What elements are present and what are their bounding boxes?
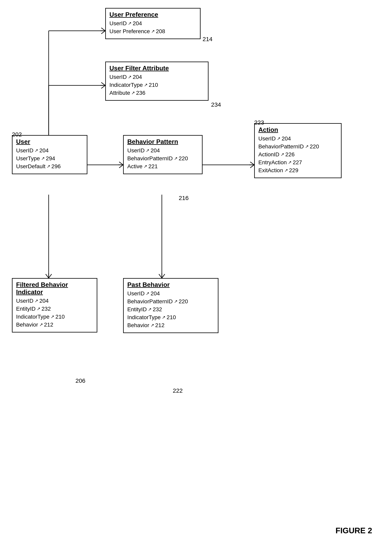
field-user-usertype: UserType ↗ 294 (16, 155, 83, 162)
entity-user: User UserID ↗ 204 UserType ↗ 294 UserDef… (12, 135, 87, 174)
label-214: 214 (203, 36, 212, 42)
entity-action: Action UserID ↗ 204 BehaviorPatternID ↗ … (254, 123, 342, 178)
svg-line-2 (101, 28, 105, 31)
field-action-entryaction: EntryAction ↗ 227 (258, 159, 337, 166)
svg-line-3 (101, 31, 105, 34)
field-bp-userid: UserID ↗ 204 (127, 147, 198, 154)
entity-title-action: Action (258, 126, 337, 133)
svg-line-8 (101, 85, 105, 88)
label-223: 223 (254, 119, 264, 126)
svg-line-20 (49, 274, 52, 278)
field-pb-userid: UserID ↗ 204 (127, 290, 214, 297)
field-pb-behavior: Behavior ↗ 212 (127, 322, 214, 328)
svg-line-24 (162, 274, 165, 278)
label-222: 222 (173, 387, 183, 394)
field-pb-bpid: BehaviorPatternID ↗ 220 (127, 298, 214, 305)
entity-title-user: User (16, 138, 83, 145)
svg-line-12 (119, 165, 123, 168)
label-216: 216 (179, 195, 189, 201)
field-fbi-entityid: EntityID ↗ 232 (16, 306, 93, 312)
field-userpreference-208: User Preference ↗ 208 (109, 28, 196, 34)
entity-user-preference: User Preference UserID ↗ 204 User Prefer… (105, 8, 201, 39)
field-user-userid: UserID ↗ 204 (16, 147, 83, 154)
entity-past-behavior: Past Behavior UserID ↗ 204 BehaviorPatte… (123, 278, 218, 333)
field-userid-204: UserID ↗ 204 (109, 20, 196, 27)
entity-title-behavior-pattern: Behavior Pattern (127, 138, 198, 145)
entity-title-user-filter-attribute: User Filter Attribute (109, 65, 204, 72)
field-fbi-behavior: Behavior ↗ 212 (16, 321, 93, 328)
field-action-exitaction: ExitAction ↗ 229 (258, 167, 337, 174)
label-234: 234 (211, 101, 221, 108)
field-ufa-userid: UserID ↗ 204 (109, 74, 204, 80)
svg-line-11 (119, 162, 123, 165)
field-ufa-indicatortype: IndicatorType ↗ 210 (109, 82, 204, 88)
field-fbi-indicatortype: IndicatorType ↗ 210 (16, 314, 93, 320)
field-pb-entityid: EntityID ↗ 232 (127, 306, 214, 313)
field-bp-behaviorpatternid: BehaviorPatternID ↗ 220 (127, 155, 198, 162)
svg-line-23 (159, 274, 162, 278)
field-pb-indicatortype: IndicatorType ↗ 210 (127, 314, 214, 321)
svg-line-19 (46, 274, 49, 278)
entity-user-filter-attribute: User Filter Attribute UserID ↗ 204 Indic… (105, 62, 209, 101)
label-206: 206 (75, 377, 85, 384)
field-user-userdefault: UserDefault ↗ 296 (16, 163, 83, 170)
diagram: User Preference UserID ↗ 204 User Prefer… (0, 0, 392, 547)
svg-line-7 (101, 82, 105, 85)
field-action-bpid: BehaviorPatternID ↗ 220 (258, 144, 337, 150)
entity-title-user-preference: User Preference (109, 11, 196, 18)
label-202: 202 (12, 131, 22, 138)
entity-filtered-behavior-indicator: Filtered BehaviorIndicator UserID ↗ 204 … (12, 278, 97, 333)
field-bp-active: Active ↗ 221 (127, 163, 198, 170)
field-action-actionid: ActionID ↗ 226 (258, 151, 337, 158)
svg-line-16 (250, 165, 254, 168)
entity-title-fbi: Filtered BehaviorIndicator (16, 281, 93, 296)
field-fbi-userid: UserID ↗ 204 (16, 298, 93, 304)
entity-title-past-behavior: Past Behavior (127, 281, 214, 288)
field-ufa-attribute: Attribute ↗ 236 (109, 90, 204, 96)
figure-label: FIGURE 2 (336, 526, 372, 535)
svg-line-15 (250, 162, 254, 165)
field-action-userid: UserID ↗ 204 (258, 136, 337, 142)
entity-behavior-pattern: Behavior Pattern UserID ↗ 204 BehaviorPa… (123, 135, 203, 174)
